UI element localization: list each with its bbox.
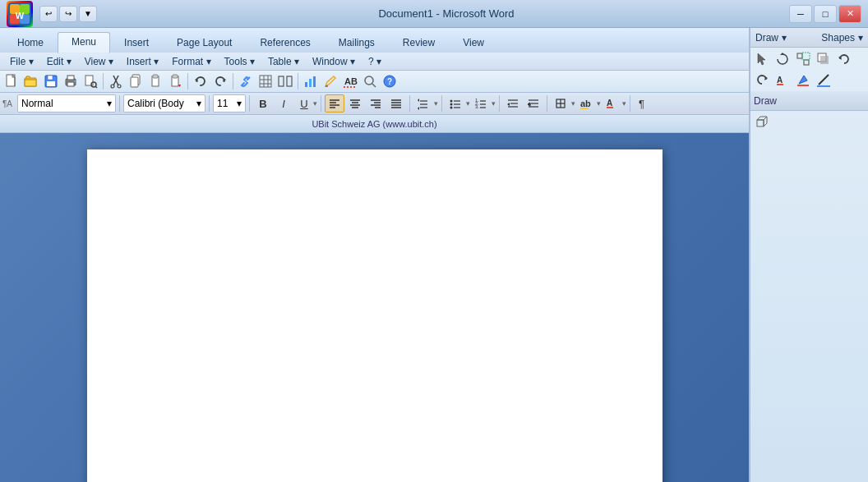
draw-font-color-button[interactable]: A <box>773 70 792 90</box>
separator1 <box>103 73 104 90</box>
draw-3d-button[interactable] <box>752 112 772 132</box>
new-button[interactable] <box>2 71 21 91</box>
format-toolbar: ¶A Normal ▾ Calibri (Body ▾ 11 ▾ B <box>0 93 749 115</box>
draw-dropdown-arrow[interactable]: ▾ <box>782 32 787 44</box>
open-button[interactable] <box>21 71 41 91</box>
border-button[interactable] <box>551 94 570 112</box>
customize-quick-access[interactable]: ▼ <box>79 6 97 22</box>
menu-help[interactable]: ? ▾ <box>362 54 388 69</box>
research-button[interactable] <box>360 71 380 91</box>
draw-shadow-button[interactable] <box>814 49 833 69</box>
table-insert-button[interactable] <box>256 71 275 91</box>
svg-rect-44 <box>313 76 316 87</box>
close-button[interactable]: ✕ <box>838 5 861 23</box>
style-dropdown[interactable]: Normal ▾ <box>17 94 116 112</box>
minimize-button[interactable]: ─ <box>789 5 812 23</box>
menu-window[interactable]: Window ▾ <box>306 54 362 69</box>
align-left-button[interactable] <box>325 94 344 112</box>
menu-table[interactable]: Table ▾ <box>261 54 306 69</box>
decrease-indent-button[interactable] <box>503 94 523 112</box>
show-hide-button[interactable]: ¶ <box>634 94 653 112</box>
tab-menu[interactable]: Menu <box>58 32 110 53</box>
tab-references[interactable]: References <box>246 33 324 53</box>
align-center-button[interactable] <box>345 94 365 112</box>
redo-button[interactable]: ↪ <box>59 6 77 22</box>
maximize-button[interactable]: □ <box>814 5 837 23</box>
draw-line-color-button[interactable] <box>814 70 833 90</box>
svg-rect-28 <box>153 75 158 78</box>
svg-point-75 <box>450 103 453 106</box>
document-area[interactable] <box>0 133 749 482</box>
draw-rotate-button[interactable] <box>773 49 792 69</box>
bullets-button[interactable] <box>446 94 465 112</box>
menu-insert[interactable]: Insert ▾ <box>120 54 165 69</box>
info-bar: UBit Schweiz AG (www.ubit.ch) <box>0 115 749 133</box>
help-button[interactable]: ? <box>380 71 399 91</box>
svg-rect-42 <box>305 82 307 87</box>
tab-insert[interactable]: Insert <box>110 33 163 53</box>
align-right-button[interactable] <box>366 94 386 112</box>
svg-rect-13 <box>47 81 55 86</box>
save-button[interactable] <box>41 71 61 91</box>
line-spacing-button[interactable] <box>413 94 433 112</box>
svg-point-76 <box>450 107 453 109</box>
redo-toolbar-button[interactable] <box>210 71 230 91</box>
drawing-button[interactable] <box>321 71 340 91</box>
copy-button[interactable] <box>126 71 145 91</box>
font-color-button[interactable]: A <box>602 94 621 112</box>
tab-home[interactable]: Home <box>3 33 58 53</box>
draw-redo-button[interactable] <box>752 70 772 90</box>
sep-format3 <box>249 95 250 112</box>
bold-button[interactable]: B <box>253 94 273 112</box>
print-preview-button[interactable] <box>81 71 100 91</box>
window-title: Document1 - Microsoft Word <box>104 7 789 20</box>
spelling-button[interactable]: ABC <box>340 71 360 91</box>
highlight-button[interactable]: ab <box>576 94 596 112</box>
shapes-dropdown-arrow[interactable]: ▾ <box>858 32 863 44</box>
tab-view[interactable]: View <box>449 33 498 53</box>
tab-review[interactable]: Review <box>389 33 449 53</box>
sep-format7 <box>499 95 500 112</box>
svg-point-74 <box>450 100 453 103</box>
separator3 <box>233 73 233 90</box>
menu-tools[interactable]: Tools ▾ <box>218 54 261 69</box>
undo-button[interactable]: ↩ <box>39 6 58 22</box>
font-dropdown[interactable]: Calibri (Body ▾ <box>123 94 205 112</box>
justify-button[interactable] <box>386 94 406 112</box>
svg-rect-10 <box>25 80 36 86</box>
italic-button[interactable]: I <box>274 94 293 112</box>
document-page[interactable] <box>87 149 663 482</box>
svg-rect-41 <box>287 76 292 86</box>
tab-mailings[interactable]: Mailings <box>325 33 389 53</box>
menu-edit[interactable]: Edit ▾ <box>40 54 78 69</box>
underline-button[interactable]: U <box>294 94 314 112</box>
svg-point-48 <box>365 76 373 85</box>
print-button[interactable] <box>61 71 81 91</box>
draw-fill-button[interactable] <box>793 70 813 90</box>
shapes-label: Shapes <box>821 32 855 44</box>
draw-select-button[interactable] <box>752 49 772 69</box>
paste-button[interactable] <box>145 71 165 91</box>
hyperlink-button[interactable] <box>236 71 256 91</box>
menu-file[interactable]: File ▾ <box>3 54 40 69</box>
paste-special-button[interactable] <box>165 71 185 91</box>
numbering-button[interactable]: 1.2.3. <box>471 94 491 112</box>
cut-button[interactable] <box>106 71 126 91</box>
app-logo: W <box>7 1 33 27</box>
svg-rect-99 <box>580 108 589 109</box>
svg-text:3.: 3. <box>475 104 479 109</box>
draw-undo-button[interactable] <box>834 49 854 69</box>
menu-view[interactable]: View ▾ <box>78 54 120 69</box>
svg-rect-17 <box>74 80 76 82</box>
undo-toolbar-button[interactable] <box>191 71 210 91</box>
chart-button[interactable] <box>301 71 321 91</box>
draw-group-button[interactable] <box>793 49 813 69</box>
svg-text:ABC: ABC <box>344 76 358 86</box>
menu-format[interactable]: Format ▾ <box>165 54 217 69</box>
sep-format5 <box>409 95 410 112</box>
window-controls: ─ □ ✕ <box>789 5 861 23</box>
tab-page-layout[interactable]: Page Layout <box>163 33 246 53</box>
columns-button[interactable] <box>275 71 295 91</box>
font-size-dropdown[interactable]: 11 ▾ <box>213 94 246 112</box>
increase-indent-button[interactable] <box>524 94 543 112</box>
